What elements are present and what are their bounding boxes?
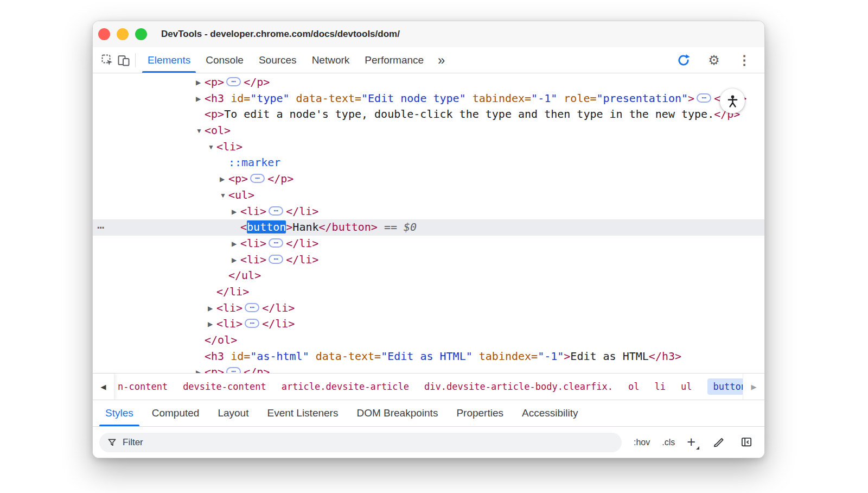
- tab-console[interactable]: Console: [198, 47, 251, 73]
- dom-tree-node[interactable]: ▶<p>⋯</p>: [93, 364, 764, 373]
- dom-tree-node[interactable]: ▶<li>⋯</li>: [93, 300, 764, 317]
- dom-tree-node[interactable]: ▼<ol>: [93, 123, 764, 139]
- dom-tree-node[interactable]: ▶<li>⋯</li>: [93, 236, 764, 252]
- tab-computed[interactable]: Computed: [143, 400, 209, 426]
- token-an: id=: [231, 350, 250, 363]
- tab-performance[interactable]: Performance: [357, 47, 431, 73]
- dom-tree-node[interactable]: <p>To edit a node's type, double-click t…: [93, 106, 764, 123]
- inline-expand-icon[interactable]: ⋯: [250, 174, 265, 183]
- dom-tree-node[interactable]: </ol>: [93, 332, 764, 349]
- breadcrumb-item-ol[interactable]: ol: [628, 381, 639, 392]
- token-tag: </li>: [286, 205, 318, 218]
- dom-tree-node[interactable]: ▶<li>⋯</li>: [93, 252, 764, 268]
- dom-tree-node[interactable]: </ul>: [93, 268, 764, 284]
- expand-arrow-icon[interactable]: ▶: [208, 301, 216, 317]
- accessibility-icon[interactable]: [720, 89, 745, 113]
- breadcrumb-item-ul[interactable]: ul: [681, 381, 692, 392]
- dom-tree-node[interactable]: ⋯<button>Hank</button> == $0: [93, 219, 764, 236]
- tab-styles[interactable]: Styles: [96, 400, 143, 426]
- inline-expand-icon[interactable]: ⋯: [245, 303, 259, 312]
- brush-icon[interactable]: [710, 434, 726, 451]
- tab-dom-breakpoints[interactable]: DOM Breakpoints: [347, 400, 447, 426]
- inline-expand-icon[interactable]: ⋯: [245, 319, 259, 328]
- tab-properties[interactable]: Properties: [447, 400, 513, 426]
- dom-tree-node[interactable]: ▶<h3 id="type" data-text="Edit node type…: [93, 91, 764, 107]
- kebab-menu-icon[interactable]: ⋮: [736, 52, 752, 68]
- token-tag: <ol>: [205, 124, 231, 137]
- inline-expand-icon[interactable]: ⋯: [269, 206, 283, 216]
- element-classes-button[interactable]: .cls: [662, 438, 675, 447]
- tab-sources[interactable]: Sources: [251, 47, 304, 73]
- token-tag: </li>: [286, 237, 318, 250]
- tab-layout[interactable]: Layout: [208, 400, 258, 426]
- token-tag: >: [688, 92, 694, 105]
- dom-tree-node[interactable]: ▼<ul>: [93, 187, 764, 204]
- dom-tree-node[interactable]: ▶<li>⋯</li>: [93, 316, 764, 332]
- expand-arrow-icon[interactable]: ▶: [232, 252, 240, 269]
- token-av: "Edit as HTML": [381, 350, 473, 363]
- expand-arrow-icon[interactable]: ▶: [196, 91, 205, 108]
- breadcrumb-item-div-devsite-article-body-clearfix[interactable]: div.devsite-article-body.clearfix.: [424, 381, 613, 392]
- tab-elements[interactable]: Elements: [140, 47, 198, 73]
- titlebar[interactable]: DevTools - developer.chrome.com/docs/dev…: [93, 21, 764, 47]
- expand-arrow-icon[interactable]: ▼: [220, 188, 228, 204]
- inspect-element-button[interactable]: [99, 52, 116, 68]
- breadcrumb-scroll-left-button[interactable]: ◀: [93, 374, 114, 400]
- close-button[interactable]: [98, 28, 110, 40]
- tab-event-listeners[interactable]: Event Listeners: [258, 400, 347, 426]
- token-tag: </p>: [267, 172, 293, 185]
- token-av: "-1": [538, 350, 564, 363]
- expand-arrow-icon[interactable]: ▼: [208, 140, 216, 156]
- expand-arrow-icon[interactable]: ▼: [196, 123, 205, 140]
- expand-arrow-icon[interactable]: ▶: [232, 204, 240, 220]
- settings-gear-icon[interactable]: ⚙: [706, 52, 722, 68]
- inline-expand-icon[interactable]: ⋯: [226, 367, 241, 373]
- sync-icon: [676, 53, 691, 67]
- minimize-button[interactable]: [117, 28, 129, 40]
- dom-tree-node[interactable]: <h3 id="as-html" data-text="Edit as HTML…: [93, 349, 764, 365]
- breadcrumb-item-article-devsite-article[interactable]: article.devsite-article: [282, 381, 409, 392]
- dom-tree-node[interactable]: ::marker: [93, 155, 764, 171]
- breadcrumb-scroll-right-button[interactable]: ▶: [743, 374, 764, 400]
- expand-arrow-icon[interactable]: ▶: [196, 365, 205, 373]
- node-more-menu-icon[interactable]: ⋯: [97, 222, 104, 233]
- toggle-sidebar-icon[interactable]: [738, 434, 755, 451]
- filter-field[interactable]: [99, 433, 622, 452]
- dom-tree-node[interactable]: ▶<p>⋯</p>: [93, 74, 764, 91]
- filter-input[interactable]: [123, 437, 614, 448]
- new-style-rule-button[interactable]: +: [687, 435, 698, 450]
- dom-tree-node[interactable]: ▶<p>⋯</p>: [93, 171, 764, 187]
- inline-expand-icon[interactable]: ⋯: [269, 238, 283, 248]
- expand-arrow-icon[interactable]: ▶: [196, 75, 205, 91]
- breadcrumb-item-n-content[interactable]: n-content: [118, 381, 168, 392]
- expand-arrow-icon[interactable]: ▶: [208, 317, 216, 333]
- token-an: tabindex=: [479, 350, 538, 363]
- token-av: "-1": [531, 92, 557, 105]
- expand-arrow-icon[interactable]: ▶: [232, 236, 240, 252]
- maximize-button[interactable]: [135, 28, 147, 40]
- token-tag: </li>: [262, 317, 295, 330]
- token-tag: </p>: [244, 75, 270, 89]
- breadcrumb-item-devsite-content[interactable]: devsite-content: [183, 381, 266, 392]
- inline-expand-icon[interactable]: ⋯: [226, 77, 241, 86]
- dom-tree-node[interactable]: ▼<li>: [93, 139, 764, 155]
- device-toolbar-button[interactable]: [116, 52, 132, 68]
- token-tag: </li>: [216, 285, 249, 298]
- tab-accessibility[interactable]: Accessibility: [513, 400, 587, 426]
- dom-tree-node[interactable]: ▶<li>⋯</li>: [93, 204, 764, 220]
- sync-button[interactable]: [675, 52, 692, 68]
- inline-expand-icon[interactable]: ⋯: [697, 93, 711, 103]
- breadcrumb-item-li[interactable]: li: [655, 381, 666, 392]
- dom-tree-node[interactable]: </li>: [93, 284, 764, 300]
- token-tag: </h3>: [649, 350, 681, 363]
- more-tabs-button[interactable]: »: [431, 54, 451, 67]
- toggle-element-state-button[interactable]: :hov: [634, 438, 650, 447]
- token-tag: </button>: [319, 220, 378, 233]
- token-tag: <li>: [240, 237, 266, 250]
- breadcrumb-item-button[interactable]: button: [707, 378, 743, 395]
- tab-network[interactable]: Network: [304, 47, 358, 73]
- inline-expand-icon[interactable]: ⋯: [269, 255, 283, 264]
- expand-arrow-icon[interactable]: ▶: [220, 172, 228, 188]
- toolbar-divider: [135, 53, 136, 67]
- token-tag: >: [564, 350, 570, 363]
